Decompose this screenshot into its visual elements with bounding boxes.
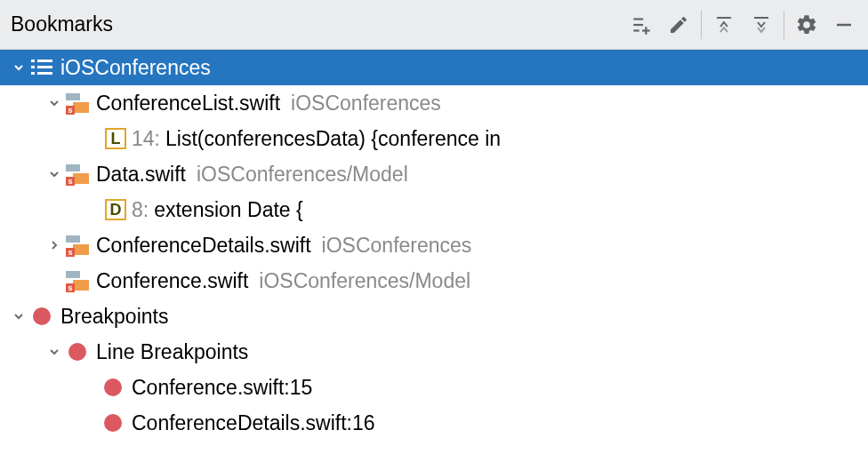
file-node[interactable]: s Conference.swift iOSConferences/Model bbox=[0, 263, 868, 299]
file-name: ConferenceDetails.swift bbox=[96, 234, 311, 258]
bookmark-tree[interactable]: iOSConferences s ConferenceList.swift iO… bbox=[0, 50, 868, 462]
file-name: ConferenceList.swift bbox=[96, 92, 280, 116]
swift-file-icon: s bbox=[66, 163, 89, 186]
chevron-down-icon[interactable] bbox=[44, 93, 64, 113]
swift-file-icon: s bbox=[66, 269, 89, 292]
file-path: iOSConferences/Model bbox=[197, 163, 408, 187]
file-path: iOSConferences bbox=[322, 234, 472, 258]
panel-header: Bookmarks bbox=[0, 0, 868, 50]
file-path: iOSConferences bbox=[291, 92, 441, 116]
edit-button[interactable] bbox=[660, 6, 697, 44]
mnemonic-badge: L bbox=[105, 128, 126, 149]
line-number: 14: bbox=[132, 127, 160, 151]
code-preview: extension Date { bbox=[154, 198, 303, 222]
breakpoint-label: Conference.swift:15 bbox=[132, 376, 312, 400]
expand-all-button[interactable] bbox=[705, 6, 743, 44]
line-number: 8: bbox=[132, 198, 149, 222]
chevron-down-icon[interactable] bbox=[44, 164, 64, 184]
toolbar-separator bbox=[701, 11, 702, 39]
bookmarks-panel: Bookmarks bbox=[0, 0, 868, 462]
breakpoint-icon bbox=[66, 340, 89, 363]
breakpoints-group[interactable]: Breakpoints bbox=[0, 299, 868, 334]
toolbar-separator bbox=[784, 11, 784, 39]
file-node[interactable]: s ConferenceDetails.swift iOSConferences bbox=[0, 227, 868, 263]
svg-rect-11 bbox=[37, 66, 52, 68]
code-preview: List(conferencesData) {conference in bbox=[165, 127, 501, 151]
chevron-down-icon[interactable] bbox=[44, 342, 64, 362]
chevron-down-icon[interactable] bbox=[9, 58, 28, 77]
breakpoint-icon bbox=[101, 411, 125, 434]
arrow-placeholder bbox=[44, 271, 64, 291]
svg-rect-10 bbox=[31, 66, 35, 68]
group-label: Breakpoints bbox=[60, 305, 168, 329]
file-path: iOSConferences/Model bbox=[259, 269, 470, 293]
file-name: Data.swift bbox=[96, 163, 186, 187]
toolbar bbox=[623, 6, 863, 44]
swift-file-icon: s bbox=[66, 92, 89, 115]
mnemonic-badge: D bbox=[105, 199, 126, 220]
collapse-all-button[interactable] bbox=[743, 6, 780, 44]
swift-file-icon: s bbox=[66, 234, 89, 257]
svg-rect-13 bbox=[37, 72, 52, 75]
bookmark-line[interactable]: L 14: List(conferencesData) {conference … bbox=[0, 121, 868, 156]
list-icon bbox=[30, 56, 53, 79]
breakpoint-icon bbox=[30, 305, 53, 328]
file-name: Conference.swift bbox=[96, 269, 248, 293]
chevron-down-icon[interactable] bbox=[9, 307, 28, 326]
add-bookmark-button[interactable] bbox=[623, 6, 660, 44]
breakpoint-label: ConferenceDetails.swift:16 bbox=[132, 411, 375, 435]
file-node[interactable]: s ConferenceList.swift iOSConferences bbox=[0, 85, 868, 121]
minimize-button[interactable] bbox=[825, 6, 863, 44]
svg-rect-8 bbox=[31, 60, 35, 62]
line-breakpoints-group[interactable]: Line Breakpoints bbox=[0, 334, 868, 370]
group-label: iOSConferences bbox=[60, 56, 211, 80]
file-node[interactable]: s Data.swift iOSConferences/Model bbox=[0, 156, 868, 192]
breakpoint-icon bbox=[101, 376, 125, 399]
svg-rect-12 bbox=[31, 72, 35, 75]
settings-button[interactable] bbox=[788, 6, 825, 44]
bookmark-group-root[interactable]: iOSConferences bbox=[0, 50, 868, 85]
chevron-right-icon[interactable] bbox=[44, 235, 64, 255]
group-label: Line Breakpoints bbox=[96, 340, 248, 364]
svg-rect-9 bbox=[37, 60, 52, 62]
breakpoint-item[interactable]: ConferenceDetails.swift:16 bbox=[0, 405, 868, 441]
bookmark-line[interactable]: D 8: extension Date { bbox=[0, 192, 868, 227]
breakpoint-item[interactable]: Conference.swift:15 bbox=[0, 370, 868, 405]
panel-title: Bookmarks bbox=[11, 12, 623, 36]
